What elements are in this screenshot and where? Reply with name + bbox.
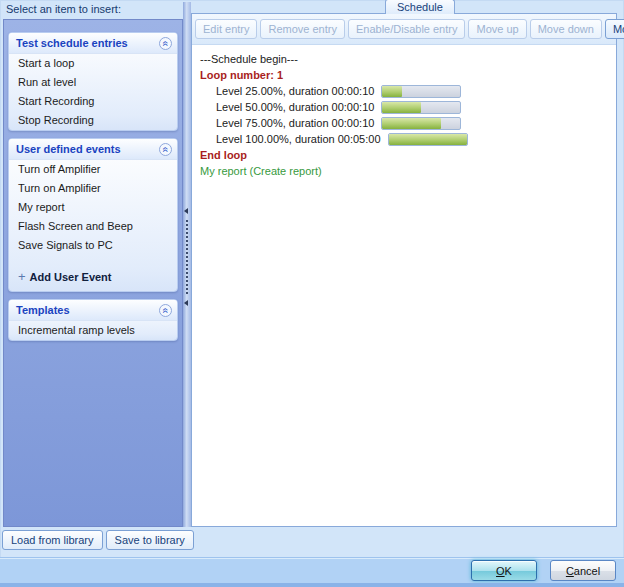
level-progress-bar [381, 85, 461, 98]
level-progress-bar [388, 133, 468, 146]
section-header-templates[interactable]: Templates« [9, 300, 177, 321]
schedule-entry-level-100-00-duration-00-05-00[interactable]: Level 100.00%, duration 00:05:00 [200, 131, 608, 147]
level-progress-fill [389, 134, 467, 145]
schedule-entry-loop-number-1[interactable]: Loop number: 1 [200, 67, 608, 83]
schedule-entry-level-50-00-duration-00-00-10[interactable]: Level 50.00%, duration 00:00:10 [200, 99, 608, 115]
section-header-user-defined-events[interactable]: User defined events« [9, 139, 177, 160]
schedule-entry-level-25-00-duration-00-00-10[interactable]: Level 25.00%, duration 00:00:10 [200, 83, 608, 99]
insert-panel-label: Select an item to insert: [6, 3, 121, 15]
schedule-entry-level-75-00-duration-00-00-10[interactable]: Level 75.00%, duration 00:00:10 [200, 115, 608, 131]
sidebar-item-start-recording[interactable]: Start Recording [9, 92, 177, 111]
sidebar-section-user-defined-events: User defined events«Turn off AmplifierTu… [8, 138, 178, 292]
schedule-toolbar: Edit entryRemove entryEnable/Disable ent… [192, 14, 616, 45]
sidebar-item-flash-screen-and-beep[interactable]: Flash Screen and Beep [9, 217, 177, 236]
section-header-test-schedule-entries[interactable]: Test schedule entries« [9, 33, 177, 54]
entry-text: Level 50.00%, duration 00:00:10 [216, 99, 374, 115]
panel-splitter[interactable] [183, 2, 191, 527]
splitter-collapse-arrow-icon [184, 208, 188, 214]
schedule-panel: Schedule Edit entryRemove entryEnable/Di… [191, 13, 617, 527]
chevron-up-icon: « [159, 304, 172, 317]
splitter-collapse-arrow-icon [184, 300, 188, 306]
move-up-button[interactable]: Move up [468, 19, 526, 39]
sidebar-item-run-at-level[interactable]: Run at level [9, 73, 177, 92]
schedule-entry-schedule-begin[interactable]: ---Schedule begin--- [200, 51, 608, 67]
schedule-entry-my-report-create-report[interactable]: My report (Create report) [200, 163, 608, 179]
entry-text: End loop [200, 147, 247, 163]
sidebar-item-turn-on-amplifier[interactable]: Turn on Amplifier [9, 179, 177, 198]
chevron-up-icon: « [159, 143, 172, 156]
cancel-button[interactable]: Cancel [550, 560, 616, 581]
sidebar-section-templates: Templates«Incremental ramp levels [8, 299, 178, 341]
library-button-bar: Load from librarySave to library [2, 530, 194, 550]
chevron-up-icon: « [159, 37, 172, 50]
entry-text: Level 25.00%, duration 00:00:10 [216, 83, 374, 99]
ok-button[interactable]: OK [471, 560, 537, 581]
section-title: Templates [16, 304, 70, 316]
level-progress-bar [381, 117, 461, 130]
section-title: User defined events [16, 143, 121, 155]
level-progress-fill [382, 118, 441, 129]
dialog-bottom-edge [0, 583, 624, 587]
edit-entry-button[interactable]: Edit entry [195, 19, 257, 39]
entry-text: Level 100.00%, duration 00:05:00 [216, 131, 381, 147]
load-from-library-button[interactable]: Load from library [2, 530, 103, 550]
sidebar-item-incremental-ramp-levels[interactable]: Incremental ramp levels [9, 321, 177, 340]
level-progress-fill [382, 102, 421, 113]
splitter-grip-icon [186, 220, 188, 294]
schedule-editor-dialog: Select an item to insert: Test schedule … [0, 0, 624, 587]
insert-panel: Test schedule entries«Start a loopRun at… [3, 19, 183, 527]
sidebar-item-start-a-loop[interactable]: Start a loop [9, 54, 177, 73]
enable-disable-entry-button[interactable]: Enable/Disable entry [348, 19, 466, 39]
add-user-event-button[interactable]: +Add User Event [9, 267, 177, 287]
sidebar-section-test-schedule-entries: Test schedule entries«Start a loopRun at… [8, 32, 178, 131]
entry-text: ---Schedule begin--- [200, 51, 298, 67]
level-progress-bar [381, 101, 461, 114]
entry-text: Level 75.00%, duration 00:00:10 [216, 115, 374, 131]
sidebar-item-stop-recording[interactable]: Stop Recording [9, 111, 177, 130]
dialog-footer: OKCancel [0, 557, 624, 583]
save-to-library-button[interactable]: Save to library [106, 530, 194, 550]
tab-schedule[interactable]: Schedule [385, 0, 455, 14]
entry-text: Loop number: 1 [200, 67, 283, 83]
schedule-entry-end-loop[interactable]: End loop [200, 147, 608, 163]
entry-text: My report (Create report) [200, 163, 322, 179]
sidebar-item-save-signals-to-pc[interactable]: Save Signals to PC [9, 236, 177, 255]
sidebar-item-turn-off-amplifier[interactable]: Turn off Amplifier [9, 160, 177, 179]
section-title: Test schedule entries [16, 37, 128, 49]
sidebar-item-my-report[interactable]: My report [9, 198, 177, 217]
more-button[interactable]: More▼ [605, 19, 624, 39]
remove-entry-button[interactable]: Remove entry [260, 19, 344, 39]
move-down-button[interactable]: Move down [530, 19, 602, 39]
level-progress-fill [382, 86, 402, 97]
plus-icon: + [18, 269, 26, 284]
schedule-list: ---Schedule begin---Loop number: 1Level … [192, 45, 616, 185]
